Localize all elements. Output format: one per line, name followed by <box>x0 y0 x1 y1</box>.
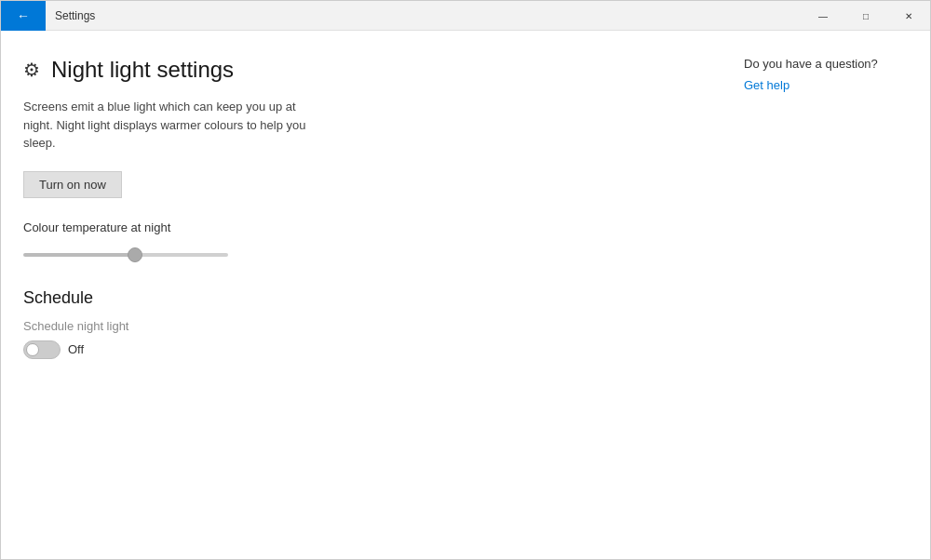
back-button[interactable]: ← <box>1 1 46 31</box>
get-help-link[interactable]: Get help <box>744 78 789 92</box>
titlebar-left: ← Settings <box>1 1 95 30</box>
titlebar: ← Settings — □ ✕ <box>1 1 930 31</box>
content-area: ⚙ Night light settings Screens emit a bl… <box>1 31 930 559</box>
titlebar-controls: — □ ✕ <box>802 1 930 30</box>
toggle-state-label: Off <box>68 342 84 356</box>
main-content: ⚙ Night light settings Screens emit a bl… <box>1 31 725 559</box>
close-button[interactable]: ✕ <box>887 1 930 31</box>
colour-temp-slider[interactable] <box>23 253 228 257</box>
back-arrow-icon: ← <box>17 8 30 23</box>
colour-temp-section: Colour temperature at night <box>23 220 703 260</box>
schedule-night-light-label: Schedule night light <box>23 319 703 333</box>
minimize-button[interactable]: — <box>802 1 844 31</box>
schedule-title: Schedule <box>23 288 703 308</box>
page-header: ⚙ Night light settings <box>23 57 703 83</box>
help-question: Do you have a question? <box>744 57 911 71</box>
sidebar-right: Do you have a question? Get help <box>725 31 930 559</box>
page-title: Night light settings <box>51 57 234 83</box>
colour-temp-label: Colour temperature at night <box>23 220 703 234</box>
page-description: Screens emit a blue light which can keep… <box>23 98 321 153</box>
window-title: Settings <box>55 9 95 22</box>
toggle-row: Off <box>23 340 703 359</box>
toggle-track <box>23 340 61 359</box>
gear-icon: ⚙ <box>23 59 40 81</box>
schedule-section: Schedule Schedule night light Off <box>23 288 703 359</box>
turn-on-button[interactable]: Turn on now <box>23 171 122 198</box>
toggle-thumb <box>26 343 39 356</box>
schedule-toggle[interactable] <box>23 340 61 359</box>
maximize-button[interactable]: □ <box>844 1 887 31</box>
window: ← Settings — □ ✕ ⚙ Night light settings … <box>0 0 931 560</box>
